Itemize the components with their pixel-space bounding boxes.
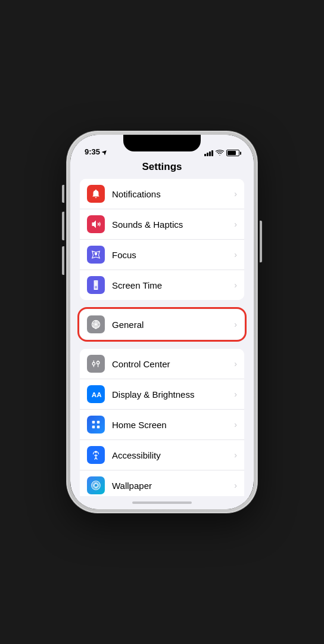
notifications-icon <box>87 185 105 203</box>
focus-icon <box>87 246 105 264</box>
status-icons <box>204 150 239 156</box>
settings-item-accessibility[interactable]: Accessibility › <box>80 440 244 470</box>
home-indicator <box>70 496 254 509</box>
home-screen-icon <box>87 416 105 434</box>
signal-bars-icon <box>204 150 213 156</box>
screen-time-icon <box>87 276 105 294</box>
focus-label: Focus <box>112 250 234 260</box>
wallpaper-chevron-icon: › <box>234 481 237 490</box>
svg-text:AA: AA <box>92 391 101 398</box>
svg-rect-3 <box>95 286 97 289</box>
control-center-chevron-icon: › <box>234 359 237 369</box>
general-chevron-icon: › <box>234 320 237 329</box>
display-label: Display & Brightness <box>112 389 234 400</box>
settings-item-focus[interactable]: Focus › <box>80 240 244 270</box>
battery-status-icon <box>226 150 239 156</box>
accessibility-icon <box>87 446 105 464</box>
wallpaper-label: Wallpaper <box>112 481 234 491</box>
home-screen-label: Home Screen <box>112 420 234 430</box>
screen-content: 9:35 <box>70 135 254 509</box>
control-center-icon <box>87 355 105 373</box>
settings-group-general: General › <box>80 309 244 339</box>
wifi-icon <box>216 150 224 156</box>
general-label: General <box>112 320 234 330</box>
notifications-chevron-icon: › <box>234 189 237 199</box>
svg-rect-1 <box>95 282 97 286</box>
settings-item-general[interactable]: General › <box>80 309 244 339</box>
power-button[interactable] <box>260 221 262 262</box>
mute-button[interactable] <box>62 185 64 203</box>
location-arrow-icon <box>102 149 108 155</box>
phone-frame: 9:35 <box>67 131 257 513</box>
sounds-label: Sounds & Haptics <box>112 219 234 230</box>
settings-list[interactable]: Notifications › Sounds & Haptics › <box>70 179 254 496</box>
focus-chevron-icon: › <box>234 250 237 259</box>
page-title: Settings <box>70 159 254 179</box>
screen-time-chevron-icon: › <box>234 280 237 290</box>
display-chevron-icon: › <box>234 389 237 399</box>
settings-item-notifications[interactable]: Notifications › <box>80 179 244 209</box>
svg-line-20 <box>96 458 97 460</box>
accessibility-label: Accessibility <box>112 450 234 460</box>
settings-item-home-screen[interactable]: Home Screen › <box>80 410 244 440</box>
settings-item-sounds[interactable]: Sounds & Haptics › <box>80 209 244 240</box>
svg-rect-13 <box>97 421 100 424</box>
volume-down-button[interactable] <box>62 246 64 275</box>
settings-item-wallpaper[interactable]: Wallpaper › <box>80 470 244 496</box>
home-screen-chevron-icon: › <box>234 420 237 429</box>
control-center-label: Control Center <box>112 359 234 369</box>
svg-rect-12 <box>92 421 95 424</box>
settings-item-control-center[interactable]: Control Center › <box>80 349 244 379</box>
status-time: 9:35 <box>85 147 100 156</box>
screen-time-label: Screen Time <box>112 280 234 290</box>
notch <box>123 135 201 151</box>
settings-group-1: Notifications › Sounds & Haptics › <box>80 179 244 300</box>
phone-screen: 9:35 <box>70 135 254 509</box>
sounds-chevron-icon: › <box>234 219 237 229</box>
general-icon <box>87 315 105 333</box>
svg-rect-14 <box>92 426 95 429</box>
notifications-label: Notifications <box>112 189 234 199</box>
sounds-icon <box>87 215 105 233</box>
accessibility-chevron-icon: › <box>234 450 237 460</box>
settings-group-3: Control Center › AA Display & Brightness… <box>80 349 244 496</box>
display-brightness-icon: AA <box>87 385 105 403</box>
svg-point-5 <box>92 363 95 366</box>
settings-item-screen-time[interactable]: Screen Time › <box>80 270 244 300</box>
home-bar <box>132 501 192 504</box>
wallpaper-icon <box>87 476 105 494</box>
svg-point-8 <box>96 361 99 364</box>
svg-rect-15 <box>97 426 100 429</box>
settings-item-display[interactable]: AA Display & Brightness › <box>80 379 244 410</box>
volume-up-button[interactable] <box>62 212 64 240</box>
